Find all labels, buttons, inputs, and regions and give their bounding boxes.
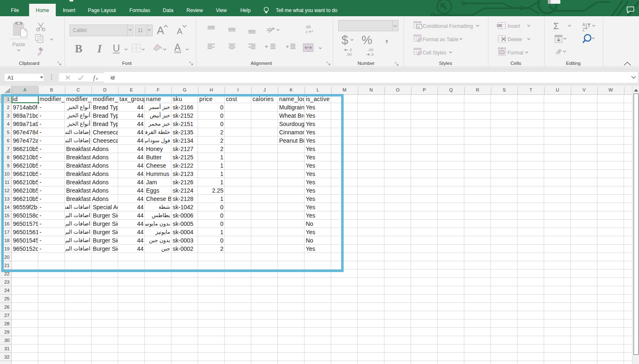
svg-text:,: , <box>385 32 388 44</box>
svg-text:.0: .0 <box>370 52 374 57</box>
svg-text:.00: .00 <box>368 47 373 52</box>
svg-text:Σ: Σ <box>553 21 559 31</box>
svg-text:.00: .00 <box>346 52 352 57</box>
svg-text:U: U <box>113 42 120 54</box>
svg-text:A: A <box>174 42 181 53</box>
svg-text:Z: Z <box>582 27 585 32</box>
svg-text:.0: .0 <box>349 47 352 52</box>
svg-text:ab: ab <box>306 24 311 29</box>
svg-text:≠: ≠ <box>418 25 420 29</box>
svg-text:I: I <box>97 42 102 55</box>
svg-text:A: A <box>177 27 183 36</box>
svg-text:A: A <box>582 22 585 27</box>
svg-text:x: x <box>96 76 98 81</box>
svg-text:f: f <box>93 74 96 81</box>
svg-text:c: c <box>306 29 308 34</box>
svg-text:$: $ <box>342 33 348 47</box>
svg-text:%: % <box>362 33 372 47</box>
svg-text:B: B <box>75 42 82 55</box>
svg-text:A: A <box>157 24 164 37</box>
